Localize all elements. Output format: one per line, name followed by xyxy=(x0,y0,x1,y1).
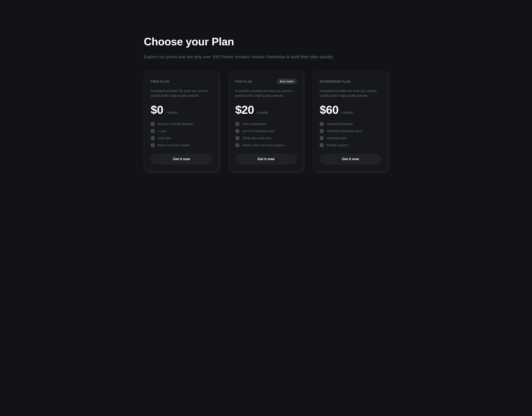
check-icon xyxy=(235,143,239,147)
check-icon xyxy=(235,129,239,133)
check-icon xyxy=(320,129,324,133)
plan-description: Frameblox provides the tools you need to… xyxy=(235,89,297,98)
plan-interval: / month xyxy=(256,111,268,115)
page-subtitle: Explore our prices and see why over 100 … xyxy=(144,54,388,60)
feature-item: Unlimited individual users xyxy=(320,129,381,133)
plan-card: FREE PLAN Frameblox provides the tools y… xyxy=(144,71,219,172)
feature-item: Priority chat and email support xyxy=(235,143,297,147)
page-title: Choose your Plan xyxy=(144,35,388,48)
plan-interval: / month xyxy=(341,111,353,115)
get-it-now-button[interactable]: Get it now xyxy=(151,154,212,164)
pricing-page: Choose your Plan Explore our prices and … xyxy=(133,0,399,197)
check-icon xyxy=(320,143,324,147)
plan-interval: / month xyxy=(166,111,178,115)
check-icon xyxy=(235,122,239,126)
feature-item: Priority support xyxy=(320,143,381,147)
check-icon xyxy=(235,136,239,140)
plan-header: FREE PLAN xyxy=(151,79,212,84)
price-row: $60 / month xyxy=(320,104,381,116)
plans-row: FREE PLAN Frameblox provides the tools y… xyxy=(144,71,388,172)
feature-text: Advanced features xyxy=(327,122,353,126)
feature-item: Access to simple features xyxy=(151,122,212,126)
get-it-now-button[interactable]: Get it now xyxy=(320,154,381,164)
feature-text: Access to simple features xyxy=(158,122,193,126)
check-icon xyxy=(151,129,155,133)
price-row: $0 / month xyxy=(151,104,212,116)
get-it-now-button[interactable]: Get it now xyxy=(235,154,297,164)
feature-text: Basic chat and support xyxy=(158,143,190,147)
feature-text: Unlimited data xyxy=(327,136,347,140)
feature-list: Access to simple features 1 user 1GB dat… xyxy=(151,122,212,147)
feature-item: Up to 5 individual users xyxy=(235,129,297,133)
feature-item: 1GB data xyxy=(151,136,212,140)
feature-item: Advanced features xyxy=(320,122,381,126)
plan-description: Frameblox provides the tools you need to… xyxy=(151,89,212,98)
check-icon xyxy=(320,122,324,126)
feature-text: Up to 5 individual users xyxy=(242,129,275,133)
plan-price: $60 xyxy=(320,104,338,116)
plan-card-pro: PRO PLAN Best Seller Frameblox provides … xyxy=(228,71,304,172)
feature-item: 20GB data each user xyxy=(235,136,297,140)
plan-card-enterprise: ENTERPRISE PLAN Frameblox provides the t… xyxy=(313,71,388,172)
feature-item: 1 user xyxy=(151,129,212,133)
feature-list: 100+ integrations Up to 5 individual use… xyxy=(235,122,297,147)
plan-name: ENTERPRISE PLAN xyxy=(320,80,350,83)
feature-text: 20GB data each user xyxy=(242,136,272,140)
plan-card: PRO PLAN Best Seller Frameblox provides … xyxy=(228,71,304,172)
plan-description: Frameblox provides the tools you need to… xyxy=(320,89,381,98)
feature-text: Unlimited individual users xyxy=(327,129,362,133)
feature-list: Advanced features Unlimited individual u… xyxy=(320,122,381,147)
feature-text: Priority support xyxy=(327,143,348,147)
check-icon xyxy=(151,136,155,140)
plan-name: PRO PLAN xyxy=(235,80,252,83)
feature-item: Basic chat and support xyxy=(151,143,212,147)
feature-item: 100+ integrations xyxy=(235,122,297,126)
plan-card: ENTERPRISE PLAN Frameblox provides the t… xyxy=(313,71,388,172)
plan-price: $0 xyxy=(151,104,163,116)
feature-text: 1GB data xyxy=(158,136,171,140)
feature-text: Priority chat and email support xyxy=(242,143,285,147)
best-seller-badge: Best Seller xyxy=(277,79,297,84)
plan-name: FREE PLAN xyxy=(151,80,169,83)
feature-text: 1 user xyxy=(158,129,166,133)
feature-text: 100+ integrations xyxy=(242,122,266,126)
check-icon xyxy=(151,143,155,147)
check-icon xyxy=(151,122,155,126)
plan-price: $20 xyxy=(235,104,254,116)
plan-header: PRO PLAN Best Seller xyxy=(235,79,297,84)
price-row: $20 / month xyxy=(235,104,297,116)
feature-item: Unlimited data xyxy=(320,136,381,140)
check-icon xyxy=(320,136,324,140)
plan-card-free: FREE PLAN Frameblox provides the tools y… xyxy=(144,71,219,172)
plan-header: ENTERPRISE PLAN xyxy=(320,79,381,84)
